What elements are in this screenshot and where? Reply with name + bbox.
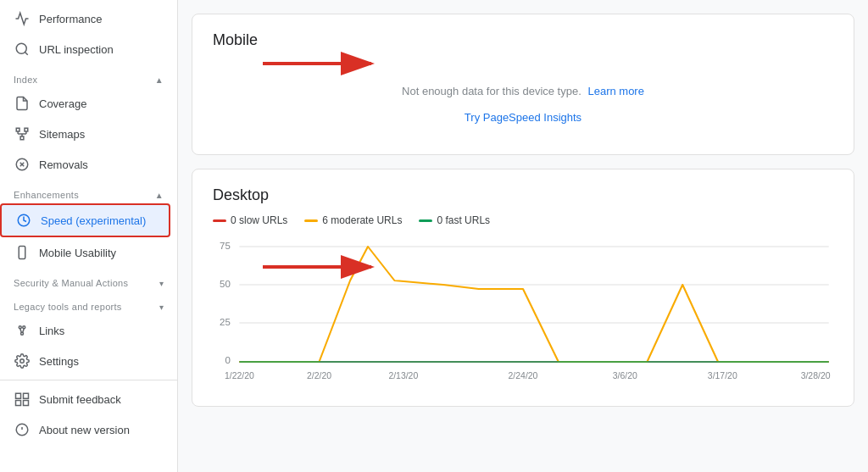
svg-rect-24 (16, 401, 21, 406)
sidebar-item-speed[interactable]: Speed (experimental) (0, 203, 170, 237)
svg-line-1 (25, 52, 27, 54)
try-pagespeed-link[interactable]: Try PageSpeed Insights (213, 106, 833, 137)
legend-slow: 0 slow URLs (213, 214, 287, 226)
section-legacy[interactable]: Legacy tools and reports ▾ (0, 292, 177, 315)
svg-point-21 (20, 359, 25, 364)
chart-legend: 0 slow URLs 6 moderate URLs 0 fast URLs (213, 214, 833, 226)
content-area: Mobile Not enough data for this device t… (178, 0, 868, 472)
sidebar-item-performance-label: Performance (39, 13, 102, 25)
svg-text:0: 0 (225, 355, 231, 365)
section-index-label: Index (14, 75, 37, 85)
section-enhancements-label: Enhancements (14, 190, 79, 200)
legend-fast: 0 fast URLs (419, 214, 490, 226)
learn-more-link[interactable]: Learn more (587, 85, 643, 97)
sidebar-item-sitemaps[interactable]: Sitemaps (0, 119, 170, 149)
sidebar-item-coverage-label: Coverage (39, 97, 86, 110)
sidebar-item-about-new-version[interactable]: About new version (0, 414, 170, 445)
svg-text:25: 25 (220, 317, 231, 327)
svg-text:1/22/20: 1/22/20 (225, 371, 254, 380)
flag-icon (14, 391, 31, 408)
svg-rect-22 (16, 393, 21, 398)
sidebar-item-submit-feedback[interactable]: Submit feedback (0, 384, 170, 414)
chevron-up-icon: ▲ (155, 75, 164, 85)
section-index[interactable]: Index ▲ (0, 64, 177, 88)
sidebar-item-removals[interactable]: Removals (0, 149, 170, 180)
svg-point-0 (16, 43, 26, 53)
sidebar-item-performance[interactable]: Performance (0, 3, 170, 34)
svg-text:3/17/20: 3/17/20 (708, 371, 737, 380)
svg-point-16 (19, 326, 21, 329)
chevron-down-icon: ▾ (159, 279, 164, 288)
sitemap-icon (14, 125, 31, 142)
sidebar-item-links[interactable]: Links (0, 315, 170, 346)
svg-point-17 (23, 326, 25, 329)
section-security-label: Security & Manual Actions (14, 278, 128, 288)
legend-slow-label: 0 slow URLs (231, 214, 287, 226)
svg-rect-3 (25, 128, 28, 131)
svg-line-20 (23, 329, 25, 333)
chart-icon (14, 10, 31, 27)
legend-dot-moderate (304, 219, 318, 222)
gear-icon (14, 353, 31, 369)
svg-line-19 (20, 329, 22, 333)
sidebar-item-about-new-version-label: About new version (39, 424, 130, 436)
chevron-down-icon2: ▾ (159, 303, 164, 312)
legend-moderate: 6 moderate URLs (304, 214, 402, 226)
main-content: Mobile Not enough data for this device t… (178, 0, 868, 472)
svg-point-18 (21, 332, 24, 335)
speed-icon (15, 212, 32, 229)
section-enhancements[interactable]: Enhancements ▲ (0, 180, 177, 203)
legend-moderate-label: 6 moderate URLs (322, 214, 402, 226)
search-icon (14, 41, 31, 58)
legend-dot-fast (419, 219, 432, 222)
svg-rect-4 (20, 136, 24, 140)
chart-svg: 75 50 25 0 (213, 236, 833, 389)
sidebar-item-links-label: Links (39, 325, 64, 337)
legend-fast-label: 0 fast URLs (437, 214, 490, 226)
svg-rect-25 (24, 401, 29, 406)
svg-text:50: 50 (220, 279, 231, 289)
svg-text:2/2/20: 2/2/20 (307, 371, 331, 380)
desktop-card-title: Desktop (213, 186, 833, 204)
sidebar-item-mobile-usability[interactable]: Mobile Usability (0, 237, 170, 268)
sidebar-item-url-inspection[interactable]: URL inspection (0, 34, 170, 64)
mobile-empty-text: Not enough data for this device type. (402, 85, 581, 97)
svg-text:3/28/20: 3/28/20 (801, 371, 831, 380)
sidebar-item-settings-label: Settings (39, 355, 79, 368)
svg-text:2/24/20: 2/24/20 (509, 371, 538, 380)
sidebar-item-sitemaps-label: Sitemaps (39, 128, 85, 141)
chevron-up-icon2: ▲ (155, 191, 164, 200)
svg-text:3/6/20: 3/6/20 (613, 371, 637, 380)
section-legacy-label: Legacy tools and reports (14, 302, 122, 312)
remove-icon (14, 156, 31, 173)
desktop-card: Desktop 0 slow URLs 6 moderate URLs 0 fa… (192, 169, 854, 407)
svg-text:75: 75 (220, 241, 231, 251)
svg-rect-2 (16, 128, 19, 131)
doc-icon (14, 95, 31, 112)
sidebar-item-speed-label: Speed (experimental) (41, 214, 146, 227)
mobile-icon (14, 244, 31, 261)
sidebar-item-settings[interactable]: Settings (0, 346, 170, 376)
sidebar-item-mobile-usability-label: Mobile Usability (39, 247, 116, 259)
sidebar-item-coverage[interactable]: Coverage (0, 88, 170, 119)
mobile-card: Mobile Not enough data for this device t… (192, 14, 854, 155)
sidebar: Performance URL inspection Index ▲ Cover… (0, 0, 178, 472)
links-icon (14, 322, 31, 339)
sidebar-item-url-inspection-label: URL inspection (39, 43, 114, 56)
svg-rect-23 (24, 393, 29, 398)
section-security[interactable]: Security & Manual Actions ▾ (0, 268, 177, 292)
sidebar-item-removals-label: Removals (39, 158, 88, 171)
desktop-chart: 75 50 25 0 (213, 236, 833, 389)
svg-text:2/13/20: 2/13/20 (388, 371, 418, 380)
legend-dot-slow (213, 219, 226, 222)
sidebar-divider (0, 380, 177, 380)
mobile-card-title: Mobile (213, 31, 833, 49)
sidebar-item-submit-feedback-label: Submit feedback (39, 393, 121, 406)
info-icon (14, 421, 31, 438)
mobile-empty-message: Not enough data for this device type. Le… (213, 59, 833, 106)
